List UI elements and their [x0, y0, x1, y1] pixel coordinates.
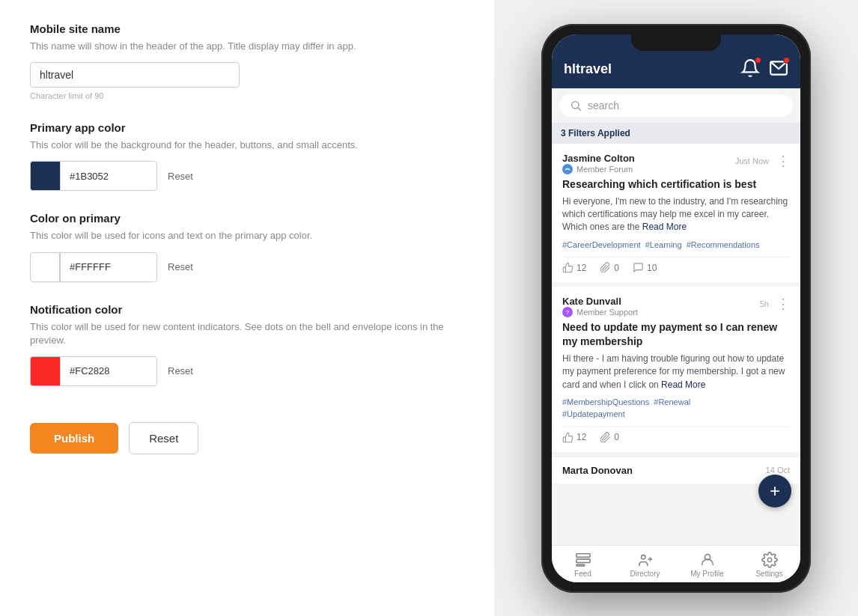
primary-color-reset[interactable]: Reset [168, 171, 193, 182]
notif-color-desc: This color will be used for new content … [30, 320, 464, 347]
notif-color-reset[interactable]: Reset [168, 365, 193, 376]
post-author-section: Jasmine Colton Member Forum [562, 153, 635, 174]
color-on-primary-section: Color on primary This color will be used… [30, 212, 464, 281]
profile-icon [699, 552, 716, 568]
nav-item-feed[interactable]: Feed [552, 546, 614, 582]
settings-panel: Mobile site name This name will show in … [0, 0, 494, 616]
char-limit-text: Character limit of 90 [30, 91, 464, 100]
marta-time: 14 Oct [766, 466, 790, 475]
search-bar[interactable]: search [559, 94, 793, 117]
read-more-link[interactable]: Read More [661, 379, 705, 390]
nav-item-profile[interactable]: My Profile [676, 546, 738, 582]
post-card: Kate Dunvall ? Member Support 5h [552, 287, 800, 452]
post-author-name: Kate Dunvall [562, 296, 638, 307]
svg-text:?: ? [566, 309, 570, 316]
primary-color-swatch[interactable] [30, 161, 60, 191]
primary-color-row: Reset [30, 161, 464, 191]
thumbs-up-icon [562, 262, 573, 273]
post-body: Hi everyone, I'm new to the industry, an… [562, 195, 790, 234]
post-header: Jasmine Colton Member Forum Just Now [562, 153, 790, 174]
category-label: Member Support [576, 308, 638, 317]
bottom-nav: Feed Directory My Profile [552, 545, 800, 582]
svg-line-2 [578, 108, 581, 111]
site-name-desc: This name will show in the header of the… [30, 40, 464, 53]
post-category: Member Forum [562, 164, 635, 174]
color-on-primary-swatch[interactable] [30, 252, 60, 282]
feed-icon [575, 552, 591, 568]
feed-scroll[interactable]: Jasmine Colton Member Forum Just Now [552, 144, 800, 545]
action-row: Publish Reset [30, 422, 464, 454]
directory-icon [637, 552, 654, 568]
color-on-primary-reset[interactable]: Reset [168, 261, 193, 272]
nav-label-directory: Directory [630, 570, 660, 578]
site-name-input[interactable] [30, 62, 240, 88]
primary-color-section: Primary app color This color will be the… [30, 121, 464, 191]
color-on-primary-desc: This color will be used for icons and te… [30, 229, 464, 243]
notif-color-title: Notification color [30, 303, 464, 316]
like-action[interactable]: 12 [562, 262, 586, 273]
nav-label-settings: Settings [755, 570, 782, 578]
publish-button[interactable]: Publish [30, 423, 118, 454]
fab-button[interactable]: + [758, 475, 791, 507]
filters-text: 3 Filters Applied [561, 128, 630, 138]
primary-color-title: Primary app color [30, 121, 464, 134]
comment-icon [633, 262, 644, 273]
site-name-title: Mobile site name [30, 22, 464, 35]
post-actions: 12 0 10 [562, 257, 790, 273]
filters-bar[interactable]: 3 Filters Applied [552, 123, 800, 144]
post-menu-icon[interactable]: ⋮ [776, 153, 790, 169]
nav-item-directory[interactable]: Directory [614, 546, 676, 582]
settings-icon [761, 552, 778, 568]
category-icon: ? [562, 307, 573, 317]
search-placeholder-text: search [588, 100, 619, 112]
attachment-action[interactable]: 0 [600, 432, 619, 443]
nav-label-profile: My Profile [690, 570, 723, 578]
comment-action[interactable]: 10 [633, 262, 657, 273]
envelope-notif-dot [783, 57, 790, 64]
bell-notif-dot [755, 57, 761, 64]
svg-point-1 [572, 101, 579, 108]
post-time: 5h [760, 299, 769, 308]
app-title: hltravel [564, 61, 612, 77]
nav-item-settings[interactable]: Settings [738, 546, 800, 582]
notif-color-section: Notification color This color will be us… [30, 303, 464, 386]
color-on-primary-title: Color on primary [30, 212, 464, 225]
post-tags: #CareerDevelopment #Learning #Recommenda… [562, 239, 790, 251]
category-label: Member Forum [576, 165, 633, 174]
post-header: Kate Dunvall ? Member Support 5h [562, 296, 790, 317]
header-icons [740, 58, 788, 81]
attachment-count: 0 [614, 432, 619, 442]
color-on-primary-input[interactable] [60, 252, 157, 282]
thumbs-up-icon [562, 432, 573, 443]
like-count: 12 [576, 432, 586, 442]
reset-button[interactable]: Reset [129, 422, 198, 454]
primary-color-desc: This color will be the background for th… [30, 138, 464, 152]
color-on-primary-row: Reset [30, 252, 464, 282]
search-icon [570, 100, 582, 112]
post-tags: #MembershipQuestions #Renewal#Updatepaym… [562, 396, 790, 421]
phone-mockup: hltravel [541, 24, 811, 593]
svg-rect-7 [576, 559, 589, 563]
post-time: Just Now [735, 156, 769, 165]
attachment-action[interactable]: 0 [600, 262, 619, 273]
post-category: ? Member Support [562, 307, 638, 317]
post-author-section: Kate Dunvall ? Member Support [562, 296, 638, 317]
read-more-link[interactable]: Read More [639, 222, 687, 232]
notif-color-row: Reset [30, 356, 464, 386]
marta-name: Marta Donovan [562, 465, 633, 476]
phone-screen: hltravel [552, 34, 800, 582]
notif-color-input[interactable] [60, 356, 157, 386]
svg-point-11 [767, 558, 772, 562]
category-icon [562, 164, 573, 174]
primary-color-input[interactable] [60, 161, 157, 191]
like-action[interactable]: 12 [562, 432, 586, 443]
post-meta: Just Now ⋮ [735, 153, 790, 169]
notif-color-swatch[interactable] [30, 356, 60, 386]
post-menu-icon[interactable]: ⋮ [776, 296, 790, 312]
nav-label-feed: Feed [574, 570, 591, 578]
phone-preview-panel: hltravel [494, 0, 858, 616]
svg-rect-6 [576, 553, 589, 557]
svg-point-9 [641, 555, 645, 559]
post-card: Jasmine Colton Member Forum Just Now [552, 144, 800, 283]
post-meta: 5h ⋮ [760, 296, 790, 312]
